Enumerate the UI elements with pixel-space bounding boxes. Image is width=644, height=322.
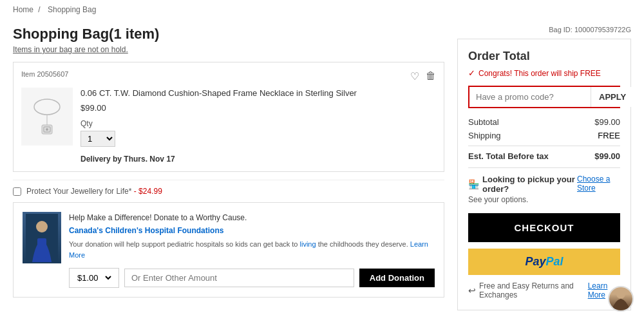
paypal-logo: PayPal: [525, 255, 563, 269]
bag-id: Bag ID: 1000079539722G: [457, 26, 631, 33]
store-icon: 🏪: [468, 179, 479, 189]
svg-point-8: [616, 289, 625, 298]
donation-text: Help Make a Difference! Donate to a Wort…: [69, 212, 435, 288]
check-icon: ✓: [468, 68, 475, 78]
est-total-line: Est. Total Before tax $99.00: [468, 146, 620, 161]
donation-card: Help Make a Difference! Donate to a Wort…: [13, 202, 444, 298]
protect-checkbox[interactable]: [13, 187, 21, 196]
item-name: 0.06 CT. T.W. Diamond Cushion-Shaped Fra…: [80, 88, 436, 99]
wishlist-icon[interactable]: ♡: [410, 70, 419, 82]
avatar[interactable]: [608, 286, 634, 312]
order-title: Order Total: [468, 50, 620, 63]
protect-price: - $24.99: [134, 187, 162, 196]
breadcrumb: Home / Shopping Bag: [0, 0, 644, 19]
item-price: $99.00: [80, 103, 436, 113]
qty-label: Qty: [80, 119, 436, 128]
left-panel: Shopping Bag(1 item) Items in your bag a…: [13, 26, 444, 310]
free-ship-notice: ✓ Congrats! This order will ship FREE: [468, 68, 620, 78]
donation-amount-select[interactable]: $1.00 $5.00 $10.00: [69, 268, 119, 288]
checkout-button[interactable]: CHECKOUT: [468, 213, 620, 242]
cart-item-card: Item 20505607 ♡ 🗑: [13, 62, 444, 172]
donation-org: Canada's Children's Hospital Foundations: [69, 225, 435, 236]
promo-input[interactable]: [469, 87, 591, 107]
donation-desc: Your donation will help support pediatri…: [69, 239, 435, 260]
pickup-title: 🏪 Looking to pickup your order?: [468, 175, 577, 194]
promo-section: APPLY: [468, 86, 620, 108]
protect-row: Protect Your Jewellery for Life* - $24.9…: [13, 180, 444, 202]
delete-icon[interactable]: 🗑: [426, 70, 436, 82]
qty-select[interactable]: 1 2 3: [80, 131, 115, 147]
hold-notice: Items in your bag are not on hold.: [13, 45, 444, 54]
item-number: Item 20505607: [21, 70, 68, 82]
item-image: [21, 88, 73, 146]
svg-point-4: [46, 128, 48, 131]
item-details: 0.06 CT. T.W. Diamond Cushion-Shaped Fra…: [80, 88, 436, 164]
add-donation-button[interactable]: Add Donation: [359, 269, 435, 287]
pickup-section: 🏪 Looking to pickup your order? See your…: [468, 167, 620, 204]
returns-icon: ↩: [468, 285, 476, 296]
donation-learn-more[interactable]: Learn More: [69, 240, 428, 259]
returns-row: ↩ Free and Easy Returns and Exchanges Le…: [468, 281, 620, 299]
order-box: Order Total ✓ Congrats! This order will …: [457, 39, 631, 310]
donation-amount-dropdown[interactable]: $1.00 $5.00 $10.00: [75, 272, 113, 283]
shipping-line: Shipping FREE: [468, 131, 620, 140]
svg-point-6: [36, 221, 48, 232]
breadcrumb-home[interactable]: Home: [13, 5, 33, 14]
right-panel: Bag ID: 1000079539722G Order Total ✓ Con…: [457, 26, 631, 310]
learn-more-link[interactable]: living: [300, 240, 316, 248]
svg-point-0: [34, 99, 60, 115]
subtotal-line: Subtotal $99.00: [468, 117, 620, 127]
donation-image: [23, 212, 61, 263]
breadcrumb-current: Shopping Bag: [48, 5, 96, 14]
pickup-sub: See your options.: [468, 195, 577, 204]
breadcrumb-separator: /: [38, 5, 40, 14]
avatar-face: [609, 287, 632, 310]
svg-rect-7: [37, 238, 46, 258]
apply-button[interactable]: APPLY: [591, 87, 634, 107]
choose-store-link[interactable]: Choose a Store: [577, 175, 620, 193]
donation-custom-input[interactable]: [124, 269, 354, 287]
donation-title: Help Make a Difference! Donate to a Wort…: [69, 212, 435, 223]
donation-controls: $1.00 $5.00 $10.00 Add Donation: [69, 268, 435, 288]
protect-label: Protect Your Jewellery for Life* - $24.9…: [26, 187, 162, 196]
delivery-text: Delivery by Thurs. Nov 17: [80, 155, 436, 164]
page-title: Shopping Bag(1 item): [13, 26, 444, 43]
paypal-button[interactable]: PayPal: [468, 249, 620, 275]
